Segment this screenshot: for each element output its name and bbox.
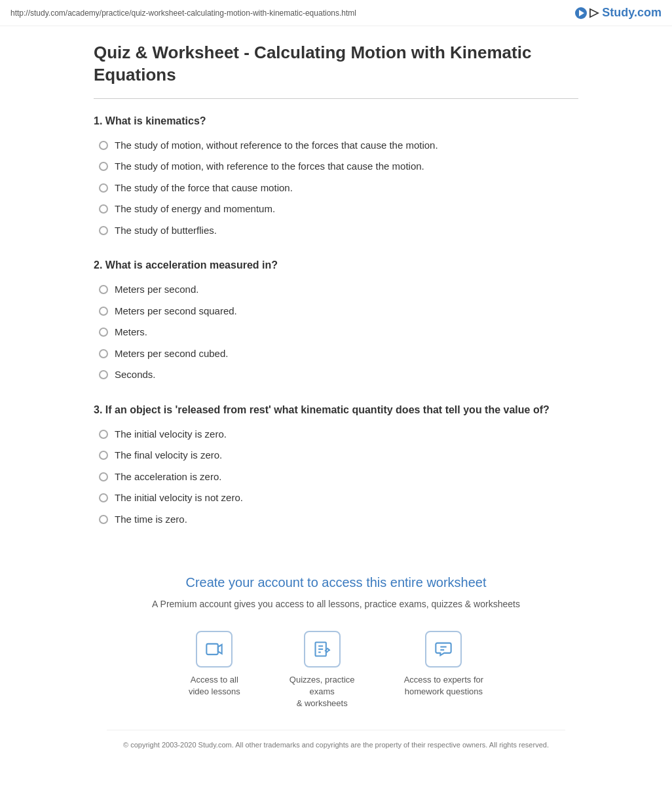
option-label-q3-o4: The time is zero. [115, 512, 187, 527]
option-row-q3-o0[interactable]: The initial velocity is zero. [94, 427, 578, 442]
option-label-q2-o3: Meters per second cubed. [115, 347, 228, 362]
radio-circle-q2-o3[interactable] [99, 349, 108, 358]
option-row-q3-o1[interactable]: The final velocity is zero. [94, 448, 578, 463]
cta-expert-item: Access to experts forhomework questions [404, 631, 483, 710]
title-divider [94, 98, 578, 99]
option-row-q1-o1[interactable]: The study of motion, with reference to t… [94, 159, 578, 174]
question-block-1: 1. What is kinematics?The study of motio… [94, 113, 578, 238]
option-row-q1-o3[interactable]: The study of energy and momentum. [94, 202, 578, 217]
radio-circle-q2-o0[interactable] [99, 285, 108, 294]
option-label-q3-o0: The initial velocity is zero. [115, 427, 227, 442]
play-icon [579, 10, 584, 16]
radio-circle-q3-o0[interactable] [99, 430, 108, 439]
option-row-q2-o4[interactable]: Seconds. [94, 367, 578, 383]
option-label-q1-o4: The study of butterflies. [115, 223, 217, 238]
svg-marker-1 [218, 645, 222, 654]
radio-circle-q3-o4[interactable] [99, 515, 108, 524]
option-row-q1-o4[interactable]: The study of butterflies. [94, 223, 578, 238]
cta-video-box [196, 631, 233, 668]
option-row-q2-o0[interactable]: Meters per second. [94, 282, 578, 297]
questions-container: 1. What is kinematics?The study of motio… [94, 113, 578, 527]
cta-section: Create your account to access this entir… [94, 553, 578, 764]
logo-text: ▷ Study.com [589, 4, 662, 22]
cta-quiz-box [304, 631, 341, 668]
option-label-q3-o1: The final velocity is zero. [115, 448, 222, 463]
option-row-q2-o3[interactable]: Meters per second cubed. [94, 347, 578, 362]
radio-circle-q1-o3[interactable] [99, 204, 108, 214]
question-title-3: 3. If an object is 'released from rest' … [94, 402, 578, 418]
radio-circle-q3-o2[interactable] [99, 472, 108, 481]
option-label-q1-o2: The study of the force that cause motion… [115, 181, 293, 196]
radio-circle-q2-o4[interactable] [99, 370, 108, 379]
logo: ▷ Study.com [575, 4, 662, 22]
radio-circle-q3-o1[interactable] [99, 451, 108, 460]
option-label-q1-o3: The study of energy and momentum. [115, 202, 275, 217]
option-row-q3-o2[interactable]: The acceleration is zero. [94, 470, 578, 485]
option-row-q3-o4[interactable]: The time is zero. [94, 512, 578, 527]
cta-video-label: Access to allvideo lessons [189, 674, 240, 698]
radio-circle-q1-o1[interactable] [99, 162, 108, 171]
footer-copy: © copyright 2003-2020 Study.com. All oth… [107, 730, 565, 751]
option-label-q2-o4: Seconds. [115, 367, 156, 383]
option-label-q1-o0: The study of motion, without reference t… [115, 138, 438, 153]
option-label-q1-o1: The study of motion, with reference to t… [115, 159, 424, 174]
cta-icons-row: Access to allvideo lessons Quizzes, prac… [107, 631, 565, 710]
radio-circle-q3-o3[interactable] [99, 493, 108, 502]
question-block-3: 3. If an object is 'released from rest' … [94, 402, 578, 527]
option-label-q2-o1: Meters per second squared. [115, 304, 237, 319]
question-title-1: 1. What is kinematics? [94, 113, 578, 129]
question-block-2: 2. What is acceleration measured in?Mete… [94, 257, 578, 383]
url-bar: http://study.com/academy/practice/quiz-w… [10, 7, 356, 19]
option-row-q1-o2[interactable]: The study of the force that cause motion… [94, 181, 578, 196]
video-icon [205, 640, 223, 658]
cta-expert-label: Access to experts forhomework questions [404, 674, 483, 698]
radio-circle-q1-o4[interactable] [99, 226, 108, 235]
option-row-q1-o0[interactable]: The study of motion, without reference t… [94, 138, 578, 153]
option-label-q3-o3: The initial velocity is not zero. [115, 491, 243, 506]
option-row-q2-o2[interactable]: Meters. [94, 325, 578, 340]
cta-quiz-item: Quizzes, practice exams& worksheets [280, 631, 365, 710]
radio-circle-q2-o2[interactable] [99, 328, 108, 337]
cta-video-item: Access to allvideo lessons [189, 631, 240, 710]
option-label-q2-o0: Meters per second. [115, 282, 198, 297]
quiz-icon [313, 640, 331, 658]
svg-rect-0 [207, 644, 219, 654]
cta-quiz-label: Quizzes, practice exams& worksheets [280, 674, 365, 710]
option-row-q2-o1[interactable]: Meters per second squared. [94, 304, 578, 319]
cta-title: Create your account to access this entir… [107, 573, 565, 592]
top-bar: http://study.com/academy/practice/quiz-w… [0, 0, 672, 26]
question-title-2: 2. What is acceleration measured in? [94, 257, 578, 273]
logo-icon [575, 7, 587, 19]
radio-circle-q2-o1[interactable] [99, 307, 108, 316]
radio-circle-q1-o0[interactable] [99, 141, 108, 150]
chat-icon [434, 640, 453, 658]
page-title: Quiz & Worksheet - Calculating Motion wi… [94, 42, 578, 86]
radio-circle-q1-o2[interactable] [99, 183, 108, 193]
option-label-q2-o2: Meters. [115, 325, 147, 340]
main-content: Quiz & Worksheet - Calculating Motion wi… [81, 26, 591, 790]
cta-expert-box [425, 631, 462, 668]
option-row-q3-o3[interactable]: The initial velocity is not zero. [94, 491, 578, 506]
cta-subtitle: A Premium account gives you access to al… [107, 597, 565, 611]
option-label-q3-o2: The acceleration is zero. [115, 470, 221, 485]
